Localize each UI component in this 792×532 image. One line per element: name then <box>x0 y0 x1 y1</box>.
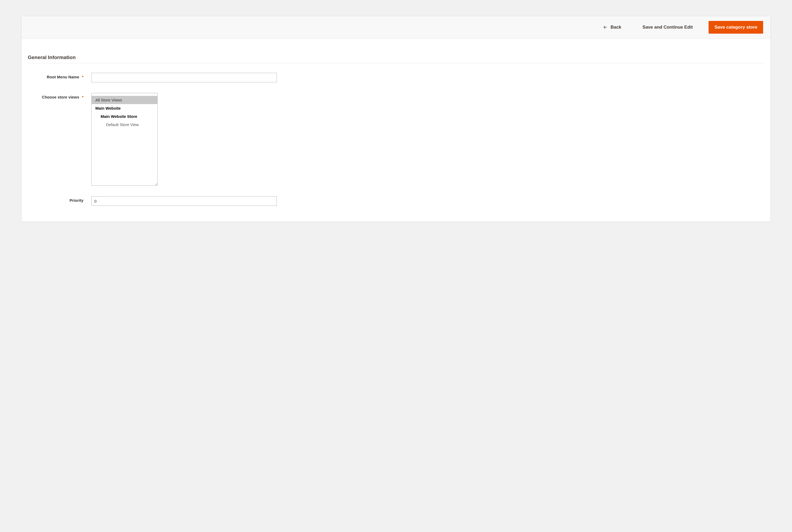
required-mark: * <box>82 75 83 79</box>
choose-store-views-control: All Store Views Main Website Main Websit… <box>91 93 277 186</box>
priority-control <box>91 196 277 206</box>
priority-input[interactable] <box>91 196 277 206</box>
store-views-option[interactable]: Main Website Store <box>92 112 157 120</box>
toolbar: Back Save and Continue Edit Save categor… <box>21 16 771 39</box>
root-menu-name-input[interactable] <box>91 73 277 82</box>
arrow-left-icon <box>603 25 607 30</box>
section-title: General Information <box>28 55 764 63</box>
back-button[interactable]: Back <box>598 21 627 34</box>
field-priority: Priority <box>28 196 764 206</box>
field-choose-store-views: Choose store views * All Store Views Mai… <box>28 93 764 186</box>
store-views-option[interactable]: Main Website <box>92 104 157 112</box>
back-button-label: Back <box>610 25 621 30</box>
save-and-continue-button[interactable]: Save and Continue Edit <box>637 21 698 34</box>
choose-store-views-label-cell: Choose store views * <box>28 93 91 99</box>
admin-form-panel: Back Save and Continue Edit Save categor… <box>21 16 771 222</box>
priority-label-cell: Priority <box>28 196 91 203</box>
save-category-store-button[interactable]: Save category store <box>709 21 763 34</box>
save-and-continue-label: Save and Continue Edit <box>643 25 693 30</box>
required-mark: * <box>82 95 83 99</box>
root-menu-name-label-cell: Root Menu Name * <box>28 73 91 79</box>
priority-label: Priority <box>70 198 83 203</box>
choose-store-views-label: Choose store views <box>42 95 79 99</box>
store-views-option[interactable]: Default Store View <box>92 120 157 129</box>
store-views-option[interactable]: All Store Views <box>92 96 157 104</box>
root-menu-name-label: Root Menu Name <box>46 75 79 79</box>
store-views-multiselect[interactable]: All Store Views Main Website Main Websit… <box>91 93 157 186</box>
form-content: General Information Root Menu Name * Cho… <box>21 39 771 222</box>
save-category-store-label: Save category store <box>714 25 757 30</box>
field-root-menu-name: Root Menu Name * <box>28 73 764 82</box>
root-menu-name-control <box>91 73 277 82</box>
